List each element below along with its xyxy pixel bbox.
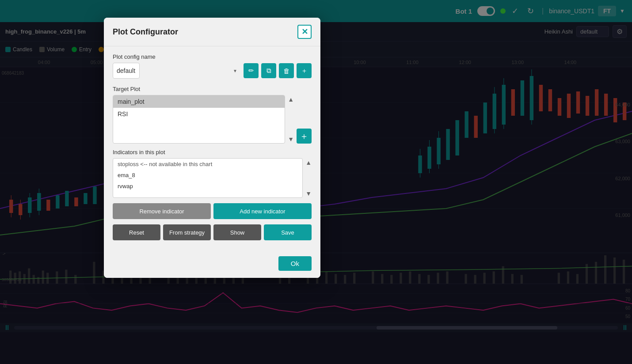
add-indicator-button[interactable]: Add new indicator	[213, 203, 312, 219]
scroll-up-arrow[interactable]: ▲	[288, 96, 294, 103]
modal-footer: Ok	[104, 253, 320, 278]
remove-indicator-button[interactable]: Remove indicator	[113, 203, 211, 219]
scroll-down-arrow[interactable]: ▼	[288, 136, 294, 143]
modal-close-button[interactable]: ✕	[297, 25, 312, 39]
indicator-ema8[interactable]: ema_8	[113, 170, 302, 181]
plot-config-name-label: Plot config name	[113, 53, 312, 60]
indicators-section: Indicators in this plot stoploss <-- not…	[113, 149, 312, 198]
delete-config-button[interactable]: 🗑	[279, 63, 294, 78]
reset-button[interactable]: Reset	[113, 224, 160, 240]
modal-body: Plot config name default ✏ ⧉ 🗑 ＋ Target …	[104, 46, 320, 253]
ok-button[interactable]: Ok	[278, 256, 312, 271]
indicator-stoploss[interactable]: stoploss <-- not available in this chart	[113, 159, 302, 170]
add-config-button[interactable]: ＋	[297, 63, 312, 78]
target-plot-section: Target Plot main_plot RSI ▲ ▼ ＋	[113, 86, 312, 144]
indicators-list-wrapper: stoploss <-- not available in this chart…	[113, 158, 312, 198]
target-plot-list[interactable]: main_plot RSI	[113, 95, 285, 144]
edit-config-button[interactable]: ✏	[244, 63, 259, 78]
list-scrollbar: ▲ ▼	[288, 95, 294, 144]
config-name-wrapper: default	[113, 63, 241, 79]
add-plot-button[interactable]: ＋	[297, 129, 312, 144]
save-button[interactable]: Save	[264, 224, 312, 240]
modal-header: Plot Configurator ✕	[104, 18, 320, 46]
config-name-select[interactable]: default	[113, 63, 140, 79]
from-strategy-button[interactable]: From strategy	[163, 224, 211, 240]
indicators-list[interactable]: stoploss <-- not available in this chart…	[113, 158, 303, 198]
copy-config-button[interactable]: ⧉	[261, 63, 276, 78]
target-plot-label: Target Plot	[113, 86, 312, 92]
target-plot-list-wrapper: main_plot RSI ▲ ▼ ＋	[113, 95, 312, 144]
show-button[interactable]: Show	[213, 224, 261, 240]
plot-configurator-modal: Plot Configurator ✕ Plot config name def…	[104, 18, 320, 278]
indicators-scroll-down[interactable]: ▼	[305, 190, 312, 197]
indicators-scrollbar: ▲ ▼	[305, 158, 312, 198]
indicator-rvwap[interactable]: rvwap	[113, 181, 302, 192]
plot-item-main[interactable]: main_plot	[113, 95, 285, 108]
config-name-row: default ✏ ⧉ 🗑 ＋	[113, 63, 312, 79]
indicators-label: Indicators in this plot	[113, 149, 312, 155]
plot-item-rsi[interactable]: RSI	[113, 108, 285, 120]
modal-overlay: Plot Configurator ✕ Plot config name def…	[0, 0, 632, 364]
action-buttons: Remove indicator Add new indicator	[113, 203, 312, 219]
indicators-scroll-up[interactable]: ▲	[305, 159, 312, 166]
modal-title: Plot Configurator	[113, 27, 178, 37]
control-buttons: Reset From strategy Show Save	[113, 224, 312, 240]
